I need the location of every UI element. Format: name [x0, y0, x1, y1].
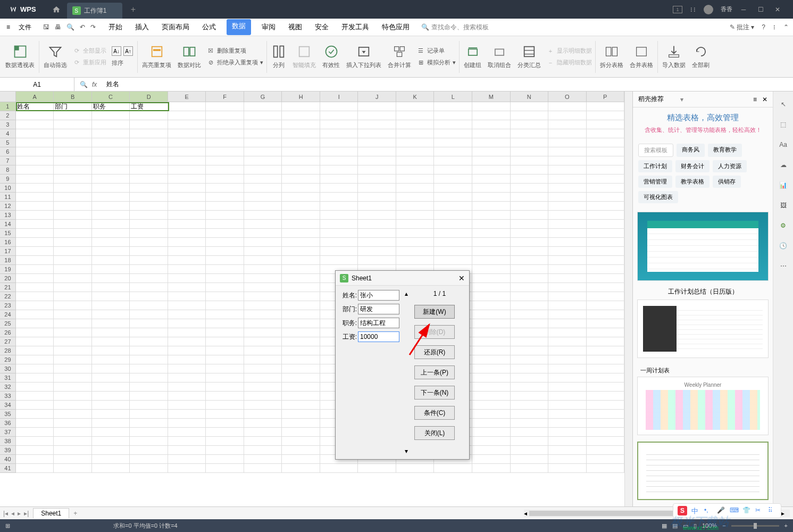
cell[interactable] [92, 428, 130, 437]
cell[interactable] [511, 455, 549, 464]
cell[interactable] [54, 120, 92, 129]
cell[interactable] [472, 102, 511, 111]
cell[interactable] [472, 337, 511, 346]
cell[interactable] [206, 265, 244, 274]
show-all-button[interactable]: ⟳全部显示 [70, 46, 108, 56]
cell[interactable] [168, 419, 206, 428]
cell[interactable] [282, 193, 320, 202]
column-header[interactable]: O [548, 92, 587, 102]
cell[interactable] [16, 238, 54, 247]
cell[interactable] [54, 147, 92, 156]
cell[interactable] [206, 111, 244, 120]
row-header[interactable]: 7 [0, 156, 16, 165]
cell[interactable] [548, 265, 587, 274]
cell[interactable] [548, 292, 587, 301]
cell[interactable] [587, 129, 624, 138]
menu-tab-开始[interactable]: 开始 [106, 19, 124, 35]
cell[interactable] [282, 283, 320, 292]
cell[interactable] [472, 328, 511, 337]
cell[interactable] [130, 184, 168, 193]
cell[interactable] [206, 102, 244, 111]
cell[interactable] [472, 247, 511, 256]
cell[interactable] [282, 138, 320, 147]
close-dialog-button[interactable]: 关闭(L) [414, 426, 455, 440]
cell[interactable] [206, 129, 244, 138]
cell[interactable] [548, 256, 587, 265]
row-header[interactable]: 20 [0, 274, 16, 283]
cell[interactable] [130, 274, 168, 283]
subtotal-button[interactable]: 分类汇总 [514, 42, 544, 71]
cell[interactable] [587, 392, 624, 401]
tool-icon[interactable]: ✂ [755, 506, 764, 515]
cell[interactable] [358, 193, 396, 202]
cell[interactable] [168, 383, 206, 392]
cell[interactable] [548, 211, 587, 220]
cell[interactable] [320, 147, 358, 156]
cell[interactable] [168, 301, 206, 310]
cell[interactable] [587, 247, 624, 256]
sort-desc-icon[interactable]: A↑ [123, 46, 133, 56]
cell[interactable] [54, 256, 92, 265]
cell[interactable] [472, 229, 511, 238]
cell[interactable] [511, 464, 549, 473]
cell[interactable] [92, 147, 130, 156]
cell[interactable] [54, 174, 92, 184]
cell[interactable] [472, 292, 511, 301]
cell[interactable] [282, 247, 320, 256]
cell[interactable] [320, 247, 358, 256]
cell[interactable] [54, 156, 92, 165]
row-header[interactable]: 9 [0, 174, 16, 184]
cell[interactable] [206, 355, 244, 364]
cell[interactable] [358, 256, 396, 265]
cell[interactable] [168, 102, 206, 111]
cell[interactable] [434, 238, 472, 247]
cell[interactable] [282, 346, 320, 355]
cell[interactable] [587, 319, 624, 328]
column-header[interactable]: A [16, 92, 54, 102]
reapply-button[interactable]: ⟳重新应用 [70, 57, 108, 68]
cell[interactable] [16, 292, 54, 301]
cell[interactable] [244, 283, 282, 292]
cell[interactable] [54, 220, 92, 229]
name-input[interactable] [358, 290, 399, 301]
cell[interactable] [587, 337, 624, 346]
cell[interactable] [244, 301, 282, 310]
cell[interactable] [244, 337, 282, 346]
cell[interactable] [168, 229, 206, 238]
dialog-scrollbar[interactable]: ▴ ▾ [403, 290, 410, 455]
cell[interactable] [54, 328, 92, 337]
cell[interactable] [282, 229, 320, 238]
cell[interactable] [92, 446, 130, 455]
cn-icon[interactable]: 中 [691, 506, 700, 515]
cell[interactable] [92, 120, 130, 129]
sogou-icon[interactable]: S [678, 506, 687, 516]
punct-icon[interactable]: •, [704, 506, 713, 515]
save-icon[interactable]: 🖫 [43, 23, 49, 31]
cell[interactable] [244, 392, 282, 401]
cell[interactable] [320, 211, 358, 220]
cell[interactable] [548, 102, 587, 111]
cell[interactable]: 职务 [92, 102, 130, 111]
cell[interactable] [54, 355, 92, 364]
cell[interactable] [244, 147, 282, 156]
cell[interactable] [358, 229, 396, 238]
cell[interactable] [472, 238, 511, 247]
cell[interactable] [472, 202, 511, 211]
cell[interactable] [130, 220, 168, 229]
cell[interactable] [206, 165, 244, 174]
cell[interactable] [587, 211, 624, 220]
cell[interactable] [168, 310, 206, 319]
cell[interactable] [206, 156, 244, 165]
cell[interactable] [472, 301, 511, 310]
cell[interactable] [358, 202, 396, 211]
cell[interactable] [92, 328, 130, 337]
pivot-table-button[interactable]: 数据透视表 [2, 42, 38, 71]
cell[interactable] [168, 202, 206, 211]
cell[interactable] [587, 111, 624, 120]
cell[interactable] [396, 174, 435, 184]
cell[interactable] [130, 373, 168, 383]
cell[interactable] [320, 156, 358, 165]
cell[interactable] [587, 193, 624, 202]
cell[interactable] [168, 274, 206, 283]
cell[interactable] [320, 220, 358, 229]
